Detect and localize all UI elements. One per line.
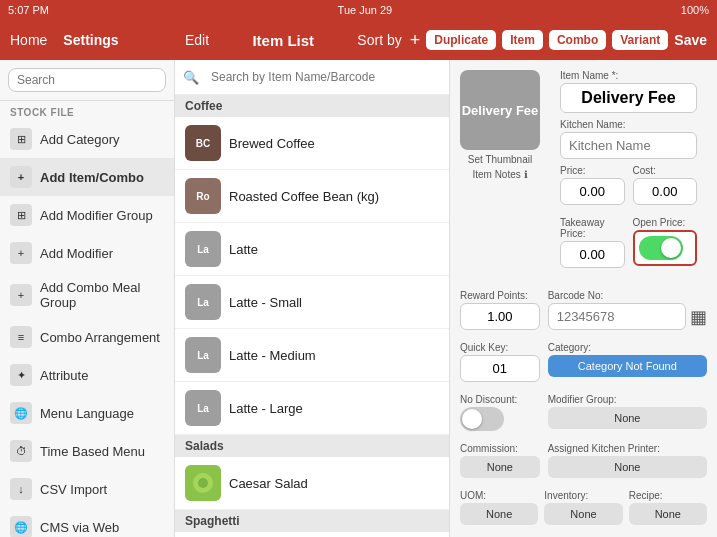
status-time: 5:07 PM bbox=[8, 4, 49, 16]
combo-arrangement-icon: ≡ bbox=[10, 326, 32, 348]
top-nav: Home Settings Edit Item List Sort by + D… bbox=[0, 20, 717, 60]
list-item[interactable]: La Latte - Small bbox=[175, 276, 449, 329]
takeaway-openprice-row: Takeaway Price: Open Price: bbox=[550, 217, 707, 274]
uom-group: UOM: None bbox=[460, 490, 538, 525]
sidebar-item-label: CMS via Web bbox=[40, 520, 119, 535]
item-name: Roasted Coffee Bean (kg) bbox=[229, 189, 379, 204]
variant-button[interactable]: Variant bbox=[612, 30, 668, 50]
item-thumbnail: BC bbox=[185, 125, 221, 161]
status-battery: 100% bbox=[681, 4, 709, 16]
kitchen-name-input[interactable] bbox=[560, 132, 697, 159]
list-item[interactable]: Ro Roasted Coffee Bean (kg) bbox=[175, 170, 449, 223]
quick-key-label: Quick Key: bbox=[460, 342, 540, 353]
sidebar-item-attribute[interactable]: ✦ Attribute bbox=[0, 356, 174, 394]
item-thumbnail: La bbox=[185, 390, 221, 426]
sidebar-search-container bbox=[0, 60, 174, 101]
settings-link[interactable]: Settings bbox=[63, 32, 118, 48]
sidebar-item-label: Add Modifier Group bbox=[40, 208, 153, 223]
inventory-button[interactable]: None bbox=[544, 503, 622, 525]
item-button[interactable]: Item bbox=[502, 30, 543, 50]
svg-point-2 bbox=[198, 478, 208, 488]
cost-label: Cost: bbox=[633, 165, 698, 176]
price-input[interactable] bbox=[560, 178, 625, 205]
sort-by[interactable]: Sort by bbox=[357, 32, 401, 48]
sidebar-search-input[interactable] bbox=[8, 68, 166, 92]
sidebar-item-add-modifier-group[interactable]: ⊞ Add Modifier Group bbox=[0, 196, 174, 234]
sidebar-item-label: Menu Language bbox=[40, 406, 134, 421]
plus-icon[interactable]: + bbox=[410, 30, 421, 51]
uom-label: UOM: bbox=[460, 490, 538, 501]
quick-key-input[interactable] bbox=[460, 355, 540, 382]
category-group: Category: Category Not Found bbox=[548, 342, 707, 382]
item-name: Brewed Coffee bbox=[229, 136, 315, 151]
list-item[interactable]: La Latte - Large bbox=[175, 382, 449, 435]
item-thumbnail: La bbox=[185, 284, 221, 320]
open-price-toggle[interactable] bbox=[639, 236, 683, 260]
combo-button[interactable]: Combo bbox=[549, 30, 606, 50]
assigned-kitchen-printer-group: Assigned Kitchen Printer: None bbox=[548, 443, 707, 478]
toggle-knob bbox=[462, 409, 482, 429]
list-item[interactable]: BC Brewed Coffee bbox=[175, 117, 449, 170]
status-bar: 5:07 PM Tue Jun 29 100% bbox=[0, 0, 717, 20]
list-item[interactable]: Bolognese bbox=[175, 532, 449, 537]
modifier-group-button[interactable]: None bbox=[548, 407, 707, 429]
assigned-kitchen-printer-button[interactable]: None bbox=[548, 456, 707, 478]
sidebar-item-add-modifier[interactable]: + Add Modifier bbox=[0, 234, 174, 272]
item-thumbnail bbox=[185, 465, 221, 501]
inventory-group: Inventory: None bbox=[544, 490, 622, 525]
item-name: Latte - Small bbox=[229, 295, 302, 310]
edit-button[interactable]: Edit bbox=[185, 32, 209, 48]
sidebar-item-label: Attribute bbox=[40, 368, 88, 383]
list-item[interactable]: La Latte - Medium bbox=[175, 329, 449, 382]
search-icon: 🔍 bbox=[183, 70, 199, 85]
kitchen-name-group: Kitchen Name: bbox=[550, 119, 707, 159]
home-link[interactable]: Home bbox=[10, 32, 47, 48]
no-discount-toggle[interactable] bbox=[460, 407, 504, 431]
sidebar-item-add-category[interactable]: ⊞ Add Category bbox=[0, 120, 174, 158]
item-name: Caesar Salad bbox=[229, 476, 308, 491]
detail-right-form: Item Name *: Kitchen Name: Price: Cost: bbox=[550, 70, 707, 280]
sidebar-item-time-based-menu[interactable]: ⏱ Time Based Menu bbox=[0, 432, 174, 470]
detail-thumbnail[interactable]: Delivery Fee bbox=[460, 70, 540, 150]
sidebar: STOCK FILE ⊞ Add Category + Add Item/Com… bbox=[0, 60, 175, 537]
cost-input[interactable] bbox=[633, 178, 698, 205]
sidebar-item-csv-import[interactable]: ↓ CSV Import bbox=[0, 470, 174, 508]
sidebar-item-label: Add Category bbox=[40, 132, 120, 147]
sidebar-item-cms-via-web[interactable]: 🌐 CMS via Web bbox=[0, 508, 174, 537]
nav-left: Home Settings bbox=[10, 32, 185, 48]
takeaway-price-input[interactable] bbox=[560, 241, 625, 268]
category-button[interactable]: Category Not Found bbox=[548, 355, 707, 377]
item-notes-label[interactable]: Item Notes ℹ bbox=[472, 169, 527, 180]
reward-points-label: Reward Points: bbox=[460, 290, 540, 301]
barcode-input[interactable] bbox=[548, 303, 686, 330]
detail-panel: Delivery Fee Set Thumbnail Item Notes ℹ … bbox=[450, 60, 717, 537]
reward-points-input[interactable] bbox=[460, 303, 540, 330]
duplicate-button[interactable]: Duplicate bbox=[426, 30, 496, 50]
no-discount-label: No Discount: bbox=[460, 394, 540, 405]
inventory-label: Inventory: bbox=[544, 490, 622, 501]
set-thumbnail-label[interactable]: Set Thumbnail bbox=[468, 154, 532, 165]
add-modifier-group-icon: ⊞ bbox=[10, 204, 32, 226]
item-search-input[interactable] bbox=[203, 66, 441, 88]
uom-button[interactable]: None bbox=[460, 503, 538, 525]
sidebar-item-combo-arrangement[interactable]: ≡ Combo Arrangement bbox=[0, 318, 174, 356]
list-item[interactable]: Caesar Salad bbox=[175, 457, 449, 510]
sidebar-item-label: Add Item/Combo bbox=[40, 170, 144, 185]
open-price-box bbox=[633, 230, 698, 266]
save-button[interactable]: Save bbox=[674, 32, 707, 48]
item-name-input[interactable] bbox=[560, 83, 697, 113]
recipe-button[interactable]: None bbox=[629, 503, 707, 525]
sidebar-item-menu-language[interactable]: 🌐 Menu Language bbox=[0, 394, 174, 432]
list-item[interactable]: La Latte bbox=[175, 223, 449, 276]
thumbnail-label: Delivery Fee bbox=[462, 103, 539, 118]
open-price-label: Open Price: bbox=[633, 217, 698, 228]
add-item-icon: + bbox=[10, 166, 32, 188]
open-price-group: Open Price: bbox=[633, 217, 698, 268]
sidebar-item-add-item-combo[interactable]: + Add Item/Combo bbox=[0, 158, 174, 196]
modifier-group-label: Modifier Group: bbox=[548, 394, 707, 405]
category-label: Category: bbox=[548, 342, 707, 353]
sidebar-item-add-combo-meal-group[interactable]: + Add Combo Meal Group bbox=[0, 272, 174, 318]
barcode-scan-icon[interactable]: ▦ bbox=[690, 306, 707, 328]
add-category-icon: ⊞ bbox=[10, 128, 32, 150]
commission-button[interactable]: None bbox=[460, 456, 540, 478]
